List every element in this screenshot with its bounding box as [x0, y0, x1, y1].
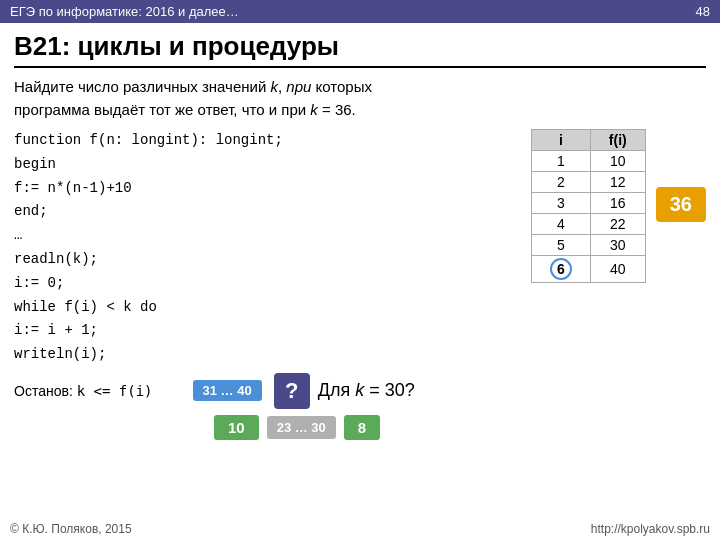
bottom-row: Останов: k <= f(i) 31 … 40 ? Для k = 30?	[14, 373, 706, 409]
stop-label: Останов:	[14, 383, 73, 399]
problem-k: k	[270, 78, 278, 95]
table-cell: 2	[531, 172, 590, 193]
table-cell: 12	[590, 172, 645, 193]
code-line-5: …	[14, 224, 521, 248]
sub-value-badge: 10	[214, 415, 259, 440]
problem-text-5: = 36.	[318, 101, 356, 118]
range-badge: 31 … 40	[193, 380, 262, 401]
answer-eq: = 30?	[364, 380, 415, 400]
table-cell: 10	[590, 151, 645, 172]
answer-text: Для k = 30?	[318, 380, 415, 401]
code-line-10: writeln(i);	[14, 343, 521, 367]
table-header: f(i)	[590, 130, 645, 151]
problem-text-3: которых	[311, 78, 372, 95]
table-row: 640	[531, 256, 645, 283]
table-cell: 4	[531, 214, 590, 235]
table-cell: 1	[531, 151, 590, 172]
answer-prefix: Для	[318, 380, 355, 400]
table-header: i	[531, 130, 590, 151]
page-footer: © К.Ю. Поляков, 2015 http://kpolyakov.sp…	[10, 522, 710, 536]
stop-condition: k <= f(i)	[77, 383, 153, 399]
code-line-7: i:= 0;	[14, 272, 521, 296]
function-table: if(i)110212316422530640	[531, 129, 646, 283]
header-title: ЕГЭ по информатике: 2016 и далее…	[10, 4, 239, 19]
table-cell: 16	[590, 193, 645, 214]
table-cell: 5	[531, 235, 590, 256]
code-line-3: f:= n*(n-1)+10	[14, 177, 521, 201]
sub-count-badge: 8	[344, 415, 380, 440]
code-line-8: while f(i) < k do	[14, 296, 521, 320]
table-cell: 6	[531, 256, 590, 283]
table-cell: 3	[531, 193, 590, 214]
problem-k2: k	[310, 101, 318, 118]
problem-pri: при	[286, 78, 311, 95]
problem-text-1: Найдите число различных значений	[14, 78, 270, 95]
table-cell: 40	[590, 256, 645, 283]
table-row: 422	[531, 214, 645, 235]
table-area: if(i)110212316422530640 36	[521, 127, 706, 367]
code-block: function f(n: longint): longint; begin f…	[14, 129, 521, 367]
stop-text: Останов: k <= f(i)	[14, 383, 153, 399]
code-line-6: readln(k);	[14, 248, 521, 272]
circle-cell: 6	[550, 258, 572, 280]
footer-right: http://kpolyakov.spb.ru	[591, 522, 710, 536]
bottom2-row: 10 23 … 30 8	[214, 415, 706, 440]
code-line-2: begin	[14, 153, 521, 177]
code-line-1: function f(n: longint): longint;	[14, 129, 521, 153]
code-line-4: end;	[14, 200, 521, 224]
main-content: В21: циклы и процедуры Найдите число раз…	[0, 23, 720, 446]
problem-text: Найдите число различных значений k, при …	[14, 76, 706, 121]
table-row: 316	[531, 193, 645, 214]
question-badge: ?	[274, 373, 310, 409]
slide-header: ЕГЭ по информатике: 2016 и далее… 48	[0, 0, 720, 23]
table-row: 212	[531, 172, 645, 193]
table-row: 530	[531, 235, 645, 256]
table-cell: 22	[590, 214, 645, 235]
page-number: 48	[696, 4, 710, 19]
problem-text-4: программа выдаёт тот же ответ, что и при	[14, 101, 310, 118]
code-line-9: i:= i + 1;	[14, 319, 521, 343]
table-row: 110	[531, 151, 645, 172]
slide-title: В21: циклы и процедуры	[14, 31, 706, 68]
content-area: function f(n: longint): longint; begin f…	[14, 129, 706, 367]
table-cell: 30	[590, 235, 645, 256]
answer-k: k	[355, 380, 364, 400]
sub-range-badge: 23 … 30	[267, 416, 336, 439]
footer-left: © К.Ю. Поляков, 2015	[10, 522, 132, 536]
badge-36: 36	[656, 187, 706, 222]
